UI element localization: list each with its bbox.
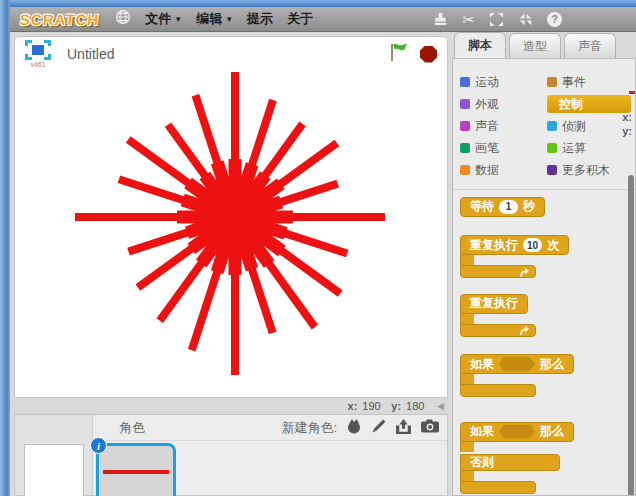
block-repeat[interactable]: 重复执行10次 [460,235,635,279]
category-motion[interactable]: 运动 [460,74,547,91]
sprite-panel: 角色 新建角色: [14,414,448,496]
category-color-swatch [460,99,470,109]
chevron-down-icon: ▼ [225,15,233,24]
menu-tips-label: 提示 [247,10,273,28]
pen-drawing-starburst [15,71,447,397]
mouse-y-label: y: [391,400,401,412]
category-operators[interactable]: 运算 [547,140,634,157]
category-events[interactable]: 事件 [547,74,634,91]
stage-thumbnail-column [15,415,93,495]
collapse-stage-icon[interactable]: ◀ [437,401,444,411]
new-sprite-library-icon[interactable] [346,418,362,437]
menu-edit[interactable]: 编辑 ▼ [196,10,233,28]
category-color-swatch [547,121,557,131]
category-label: 事件 [562,74,586,91]
category-label: 外观 [475,96,499,113]
stage: v461 Untitled [14,36,448,398]
category-label: 数据 [475,162,499,179]
number-input[interactable]: 1 [499,200,518,214]
block-text: 重复执行 [470,295,518,312]
menu-about-label: 关于 [287,10,313,28]
stage-header: v461 Untitled [15,37,447,71]
stage-panel: v461 Untitled x: 190 [10,32,452,496]
category-color-swatch [460,143,470,153]
run-controls [388,42,437,66]
category-label: 侦测 [562,118,586,135]
camera-sprite-icon[interactable] [421,419,439,436]
category-color-swatch [547,143,557,153]
stage-thumbnail[interactable] [24,444,84,496]
category-label: 声音 [475,118,499,135]
window-left-border [0,0,10,496]
block-text: 重复执行 [470,237,518,254]
palette-categories: 运动外观声音画笔数据事件控制侦测运算更多积木 [453,59,635,181]
menubar: SCRATCH 文件 ▼ 编辑 ▼ 提示 关于 ✂ [10,7,636,32]
category-label: 控制 [559,96,583,113]
sprite-costume-red-line [103,470,169,474]
sprite-info-icon[interactable]: i [90,437,107,454]
block-text: 那么 [540,423,564,440]
c-block-spine [460,314,474,324]
sprites-label: 角色 [119,419,145,437]
block-text: 如果 [470,356,494,373]
category-sound[interactable]: 声音 [460,118,547,135]
loop-arrow-icon [518,325,530,335]
category-sensing[interactable]: 侦测 [547,118,634,135]
menu-about[interactable]: 关于 [287,10,313,28]
sprite-list-area: 角色 新建角色: [93,415,447,495]
sprite-y-readout: y: [622,125,632,137]
palette-blocks: 等待1秒重复执行10次重复执行如果那么如果那么否则在之前一直等待重复执行直到 [453,196,635,496]
c-block-spine [460,374,474,384]
language-globe-icon[interactable] [115,9,131,29]
tab-sounds[interactable]: 声音 [564,33,616,58]
cursor-tools: ✂ ? [433,12,562,27]
scratch-logo: SCRATCH [19,11,99,28]
stage-select-button[interactable]: v461 [25,40,51,68]
menu-tips[interactable]: 提示 [247,10,273,28]
category-control[interactable]: 控制 [547,95,631,113]
stage-canvas[interactable] [15,71,447,397]
menu-edit-label: 编辑 [196,10,222,28]
category-label: 更多积木 [562,162,610,179]
c-block-bottom [460,384,536,397]
tab-scripts[interactable]: 脚本 [454,32,506,58]
menu-file[interactable]: 文件 ▼ [145,10,182,28]
palette-scrollbar[interactable] [628,175,634,496]
category-color-swatch [547,77,557,87]
help-icon[interactable]: ? [547,12,562,27]
mouse-x-label: x: [348,400,358,412]
menu-file-label: 文件 [145,10,171,28]
category-pen[interactable]: 画笔 [460,140,547,157]
category-data[interactable]: 数据 [460,162,547,179]
sprite-thumbnail-selected[interactable]: i [96,443,176,496]
category-label: 画笔 [475,140,499,157]
stamp-icon[interactable] [433,12,448,27]
boolean-input[interactable] [499,425,535,439]
paint-new-sprite-icon[interactable] [371,419,386,437]
c-block-spine [460,255,474,265]
mouse-x-value: 190 [362,400,386,412]
tab-costumes[interactable]: 造型 [509,33,561,58]
block-if[interactable]: 如果那么 [460,354,635,398]
block-forever[interactable]: 重复执行 [460,293,635,337]
block-if-else[interactable]: 如果那么否则 [460,421,635,494]
number-input[interactable]: 10 [523,238,542,252]
scratch-window: SCRATCH 文件 ▼ 编辑 ▼ 提示 关于 ✂ [0,0,636,496]
red-line-sliver [629,91,635,94]
c-block-bottom [460,265,536,278]
editor-tabs: 脚本 造型 声音 [452,32,636,58]
mouse-coords: x: 190 y: 180 ◀ [14,398,448,414]
stop-sign-icon[interactable] [420,46,437,63]
boolean-input[interactable] [499,357,535,371]
version-label: v461 [30,61,45,68]
scripts-panel: 脚本 造型 声音 运动外观声音画笔数据事件控制侦测运算更多积木 等待1秒重复执行… [452,32,636,496]
block-wait[interactable]: 等待1秒 [460,196,635,217]
category-more[interactable]: 更多积木 [547,162,634,179]
block-text: 那么 [540,356,564,373]
grow-icon[interactable] [489,12,504,27]
green-flag-icon[interactable] [388,42,410,66]
scissors-icon[interactable]: ✂ [462,12,475,27]
upload-sprite-icon[interactable] [395,419,412,437]
category-looks[interactable]: 外观 [460,96,547,113]
shrink-icon[interactable] [518,12,533,27]
